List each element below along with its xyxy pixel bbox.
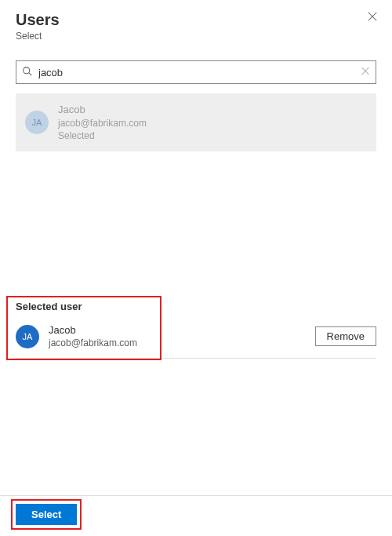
search-input[interactable] <box>16 60 376 84</box>
result-email: jacob@fabrikam.com <box>58 117 147 129</box>
panel-title: Users <box>16 11 376 29</box>
search-result-item[interactable]: JA Jacob jacob@fabrikam.com Selected <box>16 93 376 151</box>
search-icon <box>22 66 32 78</box>
selected-heading: Selected user <box>16 301 376 312</box>
svg-line-3 <box>29 73 31 75</box>
result-status: Selected <box>58 129 147 142</box>
remove-button[interactable]: Remove <box>315 326 376 346</box>
selected-section: Selected user JA Jacob jacob@fabrikam.co… <box>0 301 392 359</box>
panel-subtitle: Select <box>16 31 376 42</box>
selected-user-row: JA Jacob jacob@fabrikam.com Remove <box>16 323 376 359</box>
selected-name: Jacob <box>49 323 306 337</box>
search-container <box>16 60 376 84</box>
selected-email: jacob@fabrikam.com <box>49 337 306 349</box>
avatar: JA <box>25 111 49 134</box>
footer: Select <box>0 495 392 536</box>
svg-point-2 <box>24 67 30 74</box>
select-button[interactable]: Select <box>16 504 77 525</box>
avatar: JA <box>16 325 39 348</box>
selected-text: Jacob jacob@fabrikam.com <box>49 323 306 350</box>
result-text: Jacob jacob@fabrikam.com Selected <box>58 103 147 142</box>
close-icon[interactable] <box>367 11 378 24</box>
clear-search-icon[interactable] <box>361 67 370 78</box>
result-name: Jacob <box>58 103 147 117</box>
